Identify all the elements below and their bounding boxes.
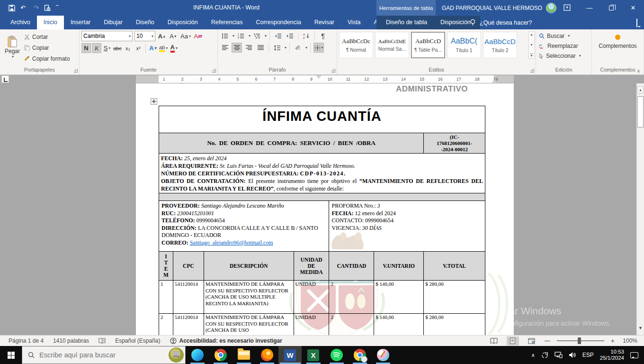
- order-label-cell[interactable]: No. DE ORDEN DE COMPRA: SERVICIO / BIEN …: [159, 133, 424, 153]
- proforma-cell[interactable]: PROFORMA Nro.: 3 FECHA: 12 enero del 202…: [329, 201, 485, 251]
- tray-clock[interactable]: 10:53 25/1/2024: [600, 349, 624, 361]
- taskbar-paint3d[interactable]: [371, 346, 394, 364]
- tab-diseno[interactable]: Diseño: [129, 16, 161, 29]
- font-name-combobox[interactable]: Cambria▾: [81, 31, 133, 41]
- header-cantidad[interactable]: CANTIDAD: [329, 252, 374, 280]
- cell-cantidad[interactable]: 2: [329, 314, 374, 335]
- shrink-font-button[interactable]: A▼: [169, 31, 178, 41]
- tab-archivo[interactable]: Archivo: [4, 16, 37, 29]
- header-item[interactable]: I T E M: [159, 252, 173, 280]
- tray-language[interactable]: ESP: [582, 352, 594, 358]
- tray-volume-icon[interactable]: [569, 352, 576, 358]
- vertical-scrollbar[interactable]: ▲ ▼: [636, 83, 644, 335]
- zoom-slider-thumb[interactable]: [578, 337, 581, 344]
- strikethrough-button[interactable]: abc: [113, 43, 122, 53]
- grow-font-button[interactable]: A▲: [157, 31, 167, 41]
- print-preview-icon[interactable]: [44, 5, 51, 11]
- zoom-percentage[interactable]: 100%: [621, 337, 637, 344]
- header-vunitario[interactable]: V.UNITARIO: [374, 252, 424, 280]
- language-indicator[interactable]: Español (España): [115, 337, 160, 344]
- italic-button[interactable]: K: [92, 43, 101, 53]
- styles-dialog-launcher[interactable]: [530, 69, 534, 73]
- tell-me-box[interactable]: ¿Qué desea hacer?: [470, 16, 532, 29]
- replace-button[interactable]: abac Reemplazar: [538, 41, 590, 51]
- find-button[interactable]: Buscar▾: [538, 31, 590, 41]
- action-center-icon[interactable]: [630, 352, 638, 358]
- style-table-paragraph[interactable]: AaBbCcD¶ Table Pa...: [411, 32, 445, 58]
- print-layout-button[interactable]: [507, 337, 519, 346]
- zoom-in-button[interactable]: +: [611, 337, 615, 345]
- search-input[interactable]: [39, 351, 148, 359]
- first-line-indent-marker[interactable]: [316, 75, 321, 81]
- order-row[interactable]: No. DE ORDEN DE COMPRA: SERVICIO / BIEN …: [159, 133, 485, 154]
- feedback-icon[interactable]: [636, 19, 637, 27]
- cell-descripcion[interactable]: MANTENIMIENTO DE LÁMPARA CON SU RESPECTI…: [204, 281, 294, 313]
- start-button[interactable]: [0, 346, 22, 364]
- decrease-indent-button[interactable]: [273, 31, 283, 41]
- customize-qat-icon[interactable]: ▾: [56, 5, 59, 10]
- taskbar-search-box[interactable]: [22, 346, 186, 364]
- undo-button[interactable]: ↶▾: [20, 4, 28, 11]
- justify-button[interactable]: [255, 43, 266, 53]
- cell-descripcion[interactable]: MANTENIMIENTO DE LÁMPARA CON SU RESPECTI…: [204, 314, 294, 335]
- tray-sync-icon[interactable]: [541, 352, 548, 359]
- tab-insertar[interactable]: Insertar: [64, 16, 97, 29]
- horizontal-ruler[interactable]: 12345678910111213141516171819: [136, 75, 514, 83]
- read-mode-button[interactable]: [488, 337, 500, 346]
- minimize-button[interactable]: —: [579, 0, 600, 16]
- tab-disposicion[interactable]: Disposición: [161, 16, 205, 29]
- header-vtotal[interactable]: V.TOTAL: [424, 252, 485, 280]
- tab-revisar[interactable]: Revisar: [308, 16, 341, 29]
- save-icon[interactable]: [9, 5, 15, 11]
- taskbar-file-explorer[interactable]: [232, 346, 255, 364]
- clear-formatting-button[interactable]: A: [193, 31, 203, 41]
- show-marks-button[interactable]: ¶: [318, 31, 328, 41]
- sort-button[interactable]: AZ: [301, 31, 312, 41]
- page-indicator[interactable]: Página 1 de 4: [9, 337, 44, 344]
- change-case-button[interactable]: Aa▾: [180, 31, 191, 41]
- taskbar-edge[interactable]: [186, 346, 209, 364]
- scrollbar-thumb[interactable]: [637, 96, 644, 127]
- provider-cell[interactable]: PROVEEDOR: Santiago Alejandro Lescano Ma…: [159, 201, 329, 251]
- restore-button[interactable]: [600, 0, 622, 16]
- table-move-handle[interactable]: [151, 98, 157, 105]
- right-indent-marker[interactable]: [492, 77, 497, 83]
- numbering-button[interactable]: 123: [236, 31, 246, 41]
- align-right-button[interactable]: [243, 43, 254, 53]
- underline-button[interactable]: S▾: [102, 43, 112, 53]
- scroll-up-button[interactable]: ▲: [637, 86, 644, 93]
- separator-row[interactable]: [159, 193, 485, 201]
- increase-indent-button[interactable]: [285, 31, 295, 41]
- scroll-down-button[interactable]: ▼: [637, 324, 644, 331]
- styles-gallery-scrollbar[interactable]: ▲ ▼ ▼: [528, 31, 535, 59]
- paste-button[interactable]: Pegar ▾: [2, 31, 23, 62]
- cell-vtotal[interactable]: $ 280,00: [424, 281, 485, 313]
- close-button[interactable]: ✕: [622, 0, 644, 16]
- style-titulo-2[interactable]: AaBbCcDTítulo 2: [483, 32, 517, 58]
- clipboard-dialog-launcher[interactable]: [74, 69, 78, 73]
- taskbar-excel[interactable]: X: [302, 346, 325, 364]
- cell-vtotal[interactable]: $ 280,00: [424, 314, 485, 335]
- highlight-button[interactable]: ab▾: [159, 43, 168, 53]
- tray-network-icon[interactable]: [555, 352, 563, 358]
- account-button[interactable]: GAD PARROQUIAL VALLE HERMOSO: [442, 0, 556, 16]
- taskbar-spotify[interactable]: [325, 346, 348, 364]
- format-painter-button[interactable]: Copiar formato: [23, 54, 71, 64]
- info-cell[interactable]: FECHA: 25, enero del 2024 ÁREA REQUIRENT…: [159, 154, 485, 193]
- style-normal[interactable]: AaBbCcDc¶ Normal: [339, 32, 373, 58]
- style-normal-sa[interactable]: AaBbCcDdENormal Sa...: [375, 32, 409, 58]
- header-unidad[interactable]: UNIDAD DE MEDIDA: [294, 252, 330, 280]
- tray-expand-icon[interactable]: ∧: [531, 352, 535, 358]
- tab-inicio[interactable]: Inicio: [37, 16, 64, 29]
- cell-unidad[interactable]: UNIDAD: [294, 281, 330, 313]
- document-page[interactable]: ADMINISTRATIVO ÍNFIMA CUANTÍA No. DE ORD…: [136, 83, 514, 335]
- zoom-out-button[interactable]: —: [545, 337, 550, 344]
- line-spacing-button[interactable]: [272, 43, 282, 53]
- tab-stop-selector[interactable]: [1, 75, 9, 83]
- cell-unidad[interactable]: UNIDAD: [294, 314, 330, 335]
- ribbon-display-options-icon[interactable]: [562, 3, 572, 12]
- align-left-button[interactable]: [220, 43, 230, 53]
- cell-cpc[interactable]: 541120014: [173, 314, 204, 335]
- taskbar-chrome[interactable]: [209, 346, 232, 364]
- table-title-row[interactable]: ÍNFIMA CUANTÍA: [159, 106, 485, 133]
